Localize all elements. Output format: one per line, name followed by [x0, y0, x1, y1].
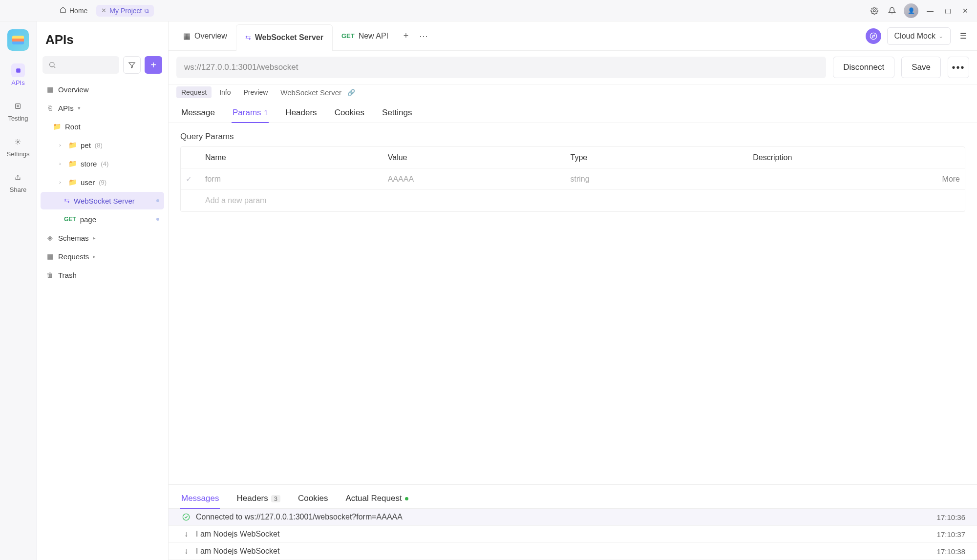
- tab-overview[interactable]: ▦ Overview: [174, 21, 236, 50]
- nav-apis[interactable]: APIs: [11, 63, 25, 86]
- tree-page[interactable]: GET page: [41, 210, 164, 228]
- message-time: 17:10:36: [937, 513, 965, 521]
- link-icon[interactable]: 🔗: [347, 89, 355, 96]
- message-text: I am Nodejs WebSocket: [196, 547, 279, 556]
- nav-testing[interactable]: Testing: [8, 99, 28, 122]
- folder-icon: 📁: [68, 141, 77, 149]
- subtab-preview[interactable]: Preview: [239, 86, 273, 98]
- cloud-mock-label: Cloud Mock: [894, 32, 935, 41]
- window-minimize[interactable]: —: [924, 5, 936, 17]
- tree-websocket-server[interactable]: ⇆ WebSocket Server: [41, 192, 164, 209]
- chevron-right-icon: ›: [59, 142, 64, 148]
- stab-params-count: 1: [264, 109, 268, 117]
- message-row[interactable]: ↓ I am Nodejs WebSocket 17:10:37: [169, 526, 977, 543]
- share-icon: [11, 170, 25, 184]
- folder-icon: 📁: [52, 123, 61, 130]
- btab-messages[interactable]: Messages: [180, 489, 220, 508]
- tree-store[interactable]: › 📁 store (4): [41, 155, 164, 172]
- tab-newapi-label: New API: [359, 32, 388, 41]
- btab-headers-count: 3: [271, 495, 280, 502]
- tree-apis[interactable]: ⎗ APIs ▾: [41, 99, 164, 117]
- tab-ws-label: WebSocket Server: [255, 33, 323, 42]
- stab-cookies[interactable]: Cookies: [334, 103, 365, 123]
- row-more[interactable]: More: [931, 175, 965, 184]
- tabs-bar: ▦ Overview ⇆ WebSocket Server GET New AP…: [169, 21, 977, 51]
- bell-icon[interactable]: [886, 5, 898, 17]
- nav-share-label: Share: [10, 186, 27, 193]
- gear-icon[interactable]: [869, 5, 880, 17]
- col-value: Value: [383, 153, 566, 162]
- btab-headers[interactable]: Headers 3: [235, 489, 281, 508]
- layout-icon: ▦: [45, 85, 54, 93]
- search-input[interactable]: [42, 56, 119, 74]
- message-row[interactable]: ↓ I am Nodejs WebSocket 17:10:38: [169, 543, 977, 560]
- save-button[interactable]: Save: [901, 57, 941, 78]
- project-tab[interactable]: ✕ My Project ⧉: [96, 5, 154, 17]
- param-name[interactable]: form: [200, 175, 383, 184]
- menu-button[interactable]: ☰: [956, 29, 970, 43]
- window-maximize[interactable]: ▢: [942, 5, 954, 17]
- param-type[interactable]: string: [566, 175, 748, 184]
- btab-actual-label: Actual Request: [345, 494, 402, 503]
- param-value[interactable]: AAAAA: [383, 175, 566, 184]
- close-icon[interactable]: ✕: [101, 7, 106, 14]
- message-time: 17:10:37: [937, 530, 965, 539]
- compass-button[interactable]: [866, 28, 881, 44]
- tree-pet[interactable]: › 📁 pet (8): [41, 136, 164, 154]
- stab-params[interactable]: Params 1: [232, 103, 269, 123]
- arrow-down-icon: ↓: [180, 547, 192, 556]
- brackets-icon: ⎗: [45, 104, 54, 112]
- tree-trash-label: Trash: [58, 271, 77, 279]
- trash-icon: 🗑: [45, 271, 54, 279]
- app-logo[interactable]: [7, 29, 29, 51]
- tree-root[interactable]: 📁 Root: [41, 118, 164, 135]
- cloud-mock-select[interactable]: Cloud Mock ⌄: [887, 27, 951, 45]
- tree-requests[interactable]: ▦ Requests ▸: [41, 248, 164, 265]
- nav-apis-label: APIs: [11, 79, 24, 86]
- nav-share[interactable]: Share: [10, 170, 27, 193]
- check-icon[interactable]: ✓: [181, 174, 200, 184]
- add-param-row[interactable]: Add a new param: [181, 190, 965, 211]
- add-button[interactable]: +: [145, 56, 162, 74]
- gear-icon: [11, 135, 25, 148]
- table-row[interactable]: ✓ form AAAAA string More: [181, 168, 965, 190]
- tree-overview[interactable]: ▦ Overview: [41, 81, 164, 98]
- disconnect-button[interactable]: Disconnect: [833, 57, 894, 78]
- home-tab[interactable]: Home: [55, 4, 92, 17]
- layout-icon: ▦: [45, 252, 54, 260]
- home-label: Home: [69, 7, 87, 15]
- tab-more-button[interactable]: ⋯: [415, 21, 432, 50]
- stab-headers[interactable]: Headers: [284, 103, 318, 123]
- btab-actual-request[interactable]: Actual Request: [344, 489, 409, 508]
- more-button[interactable]: •••: [948, 57, 969, 78]
- svg-rect-2: [16, 104, 21, 108]
- subtab-info[interactable]: Info: [214, 86, 235, 98]
- nav-settings[interactable]: Settings: [7, 135, 30, 158]
- avatar[interactable]: 👤: [904, 3, 918, 18]
- home-icon: [60, 6, 66, 15]
- tab-websocket[interactable]: ⇆ WebSocket Server: [236, 24, 333, 50]
- filter-icon: [128, 61, 136, 69]
- tree-schemas[interactable]: ◈ Schemas ▸: [41, 229, 164, 247]
- filter-button[interactable]: [123, 56, 141, 74]
- chevron-down-icon: ⌄: [938, 33, 943, 40]
- window-close[interactable]: ✕: [959, 5, 971, 17]
- modified-dot: [156, 218, 159, 221]
- url-input[interactable]: ws://127.0.0.1:3001/websocket: [176, 57, 826, 78]
- stab-message[interactable]: Message: [180, 103, 216, 123]
- stab-settings[interactable]: Settings: [381, 103, 413, 123]
- tab-add-button[interactable]: +: [397, 21, 415, 50]
- btab-cookies[interactable]: Cookies: [297, 489, 329, 508]
- tree-user[interactable]: › 📁 user (9): [41, 173, 164, 191]
- main: ▦ Overview ⇆ WebSocket Server GET New AP…: [169, 21, 977, 560]
- tree-trash[interactable]: 🗑 Trash: [41, 266, 164, 284]
- websocket-icon: ⇆: [64, 197, 70, 205]
- tree-pet-label: pet: [81, 141, 91, 149]
- col-desc: Description: [748, 153, 931, 162]
- tab-new-api[interactable]: GET New API: [333, 21, 397, 50]
- bottom-panel: Messages Headers 3 Cookies Actual Reques…: [169, 484, 977, 560]
- svg-marker-6: [872, 35, 874, 37]
- message-row[interactable]: Connected to ws://127.0.0.1:3001/websock…: [169, 509, 977, 526]
- subtab-request[interactable]: Request: [176, 86, 212, 98]
- method-badge: GET: [341, 32, 355, 40]
